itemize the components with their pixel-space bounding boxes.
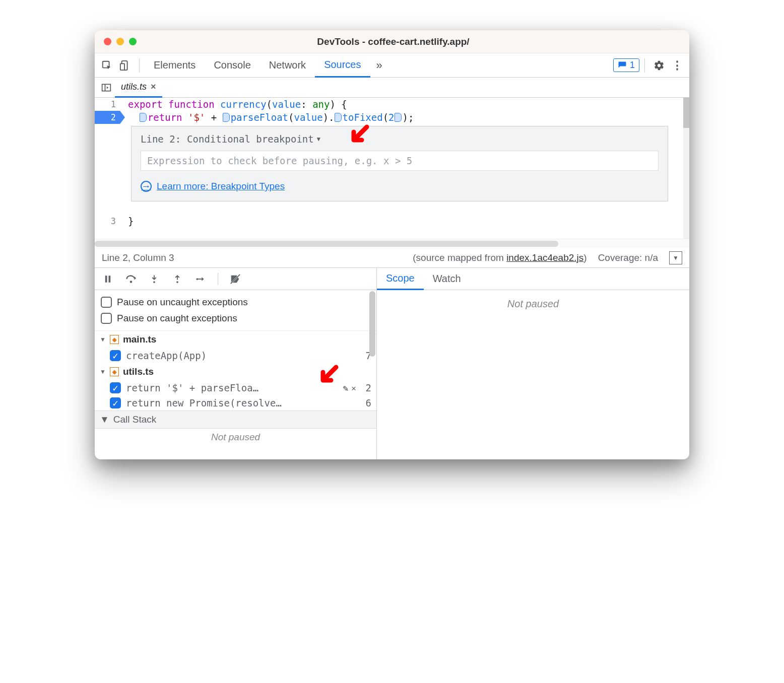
step-icon[interactable] — [194, 273, 207, 285]
code-editor[interactable]: 1 2 3 export function currency(value: an… — [95, 98, 689, 239]
pause-icon[interactable] — [102, 273, 114, 285]
breakpoint-file-utils[interactable]: ▼ ◈ utils.ts — [95, 363, 376, 380]
tab-console[interactable]: Console — [205, 53, 259, 77]
checkbox[interactable] — [101, 313, 112, 324]
learn-more-link[interactable]: → Learn more: Breakpoint Types — [141, 181, 659, 192]
file-tab-bar: utils.ts × — [95, 78, 689, 98]
file-tab-utils[interactable]: utils.ts × — [115, 78, 162, 98]
svg-point-10 — [153, 281, 155, 283]
debugger-right-panel: Scope Watch Not paused — [377, 268, 689, 459]
bottom-drawer-toggle-icon[interactable]: ▼ — [669, 251, 682, 264]
svg-rect-3 — [102, 84, 111, 91]
issues-count: 1 — [630, 60, 635, 71]
editor-status-bar: Line 2, Column 3 (source mapped from ind… — [95, 248, 689, 268]
source-map-link[interactable]: index.1ac4eab2.js — [506, 252, 583, 263]
main-tab-bar: Elements Console Network Sources » 1 ⋮ — [95, 53, 689, 78]
breakpoint-editor-header: Line 2: Conditional breakpoint — [141, 133, 659, 145]
line-number[interactable]: 3 — [95, 215, 120, 228]
breakpoint-code: return '$' + parseFloa… — [126, 382, 338, 393]
svg-point-13 — [196, 278, 198, 280]
breakpoint-type-dropdown[interactable]: Conditional breakpoint — [187, 133, 320, 145]
breakpoint-item[interactable]: ✓ return '$' + parseFloa… ✎ ✕ 2 — [95, 380, 376, 395]
remove-breakpoint-icon[interactable]: ✕ — [351, 383, 356, 393]
breakpoint-line-label: Line 2: — [141, 133, 181, 145]
pause-caught-row[interactable]: Pause on caught exceptions — [101, 310, 370, 326]
scope-not-paused: Not paused — [377, 290, 689, 318]
vertical-scrollbar-thumb[interactable] — [683, 98, 689, 128]
call-stack-not-paused: Not paused — [95, 429, 376, 443]
debug-toolbar — [95, 268, 376, 290]
pause-caught-label: Pause on caught exceptions — [117, 313, 237, 324]
device-toolbar-icon[interactable] — [116, 56, 134, 75]
divider — [644, 58, 645, 73]
gutter[interactable]: 1 2 3 — [95, 98, 120, 239]
step-out-icon[interactable] — [171, 273, 183, 285]
arrow-right-icon: → — [141, 181, 152, 192]
line-number[interactable]: 1 — [95, 98, 120, 111]
deactivate-breakpoints-icon[interactable] — [229, 273, 241, 285]
breakpoint-line: 6 — [361, 397, 371, 408]
checkbox[interactable]: ✓ — [110, 350, 121, 361]
inspect-element-icon[interactable] — [98, 56, 116, 75]
divider — [218, 273, 218, 285]
file-icon: ◈ — [110, 335, 119, 344]
svg-rect-6 — [105, 276, 107, 283]
source-mapped-info: (source mapped from index.1ac4eab2.js) — [413, 252, 586, 263]
edit-breakpoint-icon[interactable]: ✎ — [343, 383, 349, 393]
close-icon[interactable]: × — [151, 82, 156, 92]
svg-rect-7 — [109, 276, 111, 283]
inline-breakpoint-icon[interactable] — [140, 113, 147, 122]
tab-sources[interactable]: Sources — [315, 54, 370, 78]
horizontal-scrollbar[interactable] — [95, 239, 689, 248]
step-into-icon[interactable] — [148, 273, 160, 285]
breakpoint-item[interactable]: ✓ return new Promise(resolve… 6 — [95, 395, 376, 411]
inline-breakpoint-icon[interactable] — [223, 113, 230, 122]
call-stack-label: Call Stack — [113, 414, 157, 425]
tab-network[interactable]: Network — [260, 53, 315, 77]
inline-breakpoint-icon[interactable] — [395, 113, 402, 122]
svg-marker-12 — [202, 277, 204, 281]
caret-down-icon: ▼ — [100, 336, 106, 343]
call-stack-header[interactable]: ▼ Call Stack — [95, 411, 376, 429]
svg-point-9 — [130, 281, 133, 283]
devtools-window: DevTools - coffee-cart.netlify.app/ Elem… — [95, 30, 689, 459]
checkbox[interactable] — [101, 297, 112, 308]
inline-breakpoint-icon[interactable] — [335, 113, 342, 122]
window-title: DevTools - coffee-cart.netlify.app/ — [106, 36, 680, 47]
tab-watch[interactable]: Watch — [424, 268, 470, 290]
breakpoint-file-main[interactable]: ▼ ◈ main.ts — [95, 331, 376, 348]
code-line[interactable]: return '$' + parseFloat(value).toFixed(2… — [128, 111, 683, 124]
scope-watch-tabs: Scope Watch — [377, 268, 689, 290]
file-icon: ◈ — [110, 367, 119, 376]
checkbox[interactable]: ✓ — [110, 382, 121, 393]
svg-point-11 — [176, 281, 178, 283]
code-line[interactable]: } — [128, 215, 683, 228]
kebab-menu-icon[interactable]: ⋮ — [668, 56, 686, 75]
svg-rect-2 — [120, 63, 124, 70]
vertical-scrollbar-thumb[interactable] — [369, 291, 375, 357]
caret-down-icon: ▼ — [100, 414, 109, 425]
file-name: utils.ts — [123, 366, 154, 377]
pause-uncaught-row[interactable]: Pause on uncaught exceptions — [101, 294, 370, 310]
caret-down-icon: ▼ — [100, 368, 106, 375]
gear-icon[interactable] — [650, 56, 668, 75]
breakpoint-code: createApp(App) — [126, 350, 356, 361]
line-number-breakpoint[interactable]: 2 — [95, 111, 120, 124]
code-line[interactable]: export function currency(value: any) { — [128, 98, 683, 111]
breakpoint-item[interactable]: ✓ createApp(App) 7 — [95, 348, 376, 363]
tab-scope[interactable]: Scope — [377, 268, 424, 290]
breakpoint-condition-input[interactable]: Expression to check before pausing, e.g.… — [141, 151, 659, 171]
debugger-split: Pause on uncaught exceptions Pause on ca… — [95, 268, 689, 459]
horizontal-scrollbar-thumb[interactable] — [95, 241, 558, 247]
breakpoint-editor-popup: Line 2: Conditional breakpoint Expressio… — [131, 126, 668, 201]
more-tabs-icon[interactable]: » — [370, 56, 388, 75]
navigator-toggle-icon[interactable] — [98, 79, 115, 96]
cursor-position: Line 2, Column 3 — [102, 252, 174, 263]
breakpoint-code: return new Promise(resolve… — [126, 397, 356, 408]
tab-elements[interactable]: Elements — [145, 53, 205, 77]
step-over-icon[interactable] — [125, 273, 137, 285]
checkbox[interactable]: ✓ — [110, 397, 121, 408]
breakpoints-tree: ▼ ◈ main.ts ✓ createApp(App) 7 ▼ ◈ utils… — [95, 331, 376, 443]
pause-options: Pause on uncaught exceptions Pause on ca… — [95, 290, 376, 331]
issues-badge[interactable]: 1 — [613, 58, 639, 72]
